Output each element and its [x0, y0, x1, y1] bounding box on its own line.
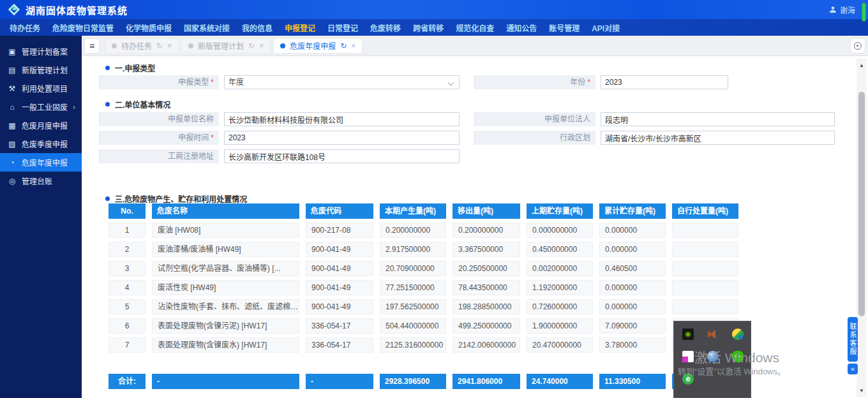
user-menu[interactable]: 谢海: [829, 0, 855, 19]
table-total-row: 合计:--2928.3965002941.80600024.74000011.3…: [108, 374, 738, 389]
tab-bar: ≡ 待办任务↻×新版管理计划↻×危废年度申报↻×: [82, 36, 868, 56]
sidebar-item-label: 危废月度申报: [22, 120, 68, 131]
sidebar-item-1[interactable]: ▤新版管理计划: [0, 61, 82, 79]
document-app-icon[interactable]: [682, 351, 694, 362]
table-header-cell: 累计贮存量(吨): [599, 203, 666, 219]
close-icon[interactable]: ×: [167, 41, 172, 50]
tab-1[interactable]: 新版管理计划↻×: [181, 38, 271, 54]
sidebar-item-4[interactable]: ▦危废月度申报: [0, 116, 82, 135]
sidebar-item-7[interactable]: ◎管理台账: [0, 172, 82, 190]
close-icon[interactable]: ×: [259, 41, 264, 50]
table-cell: [672, 299, 738, 314]
table-cell: [672, 261, 738, 276]
refresh-icon[interactable]: ↻: [340, 41, 347, 50]
declare-time-input[interactable]: [224, 131, 460, 145]
declare-time-label: 申报时间*: [99, 131, 219, 145]
vertical-scrollbar[interactable]: ▲ ▼: [857, 59, 867, 397]
sidebar-item-6[interactable]: ◔危废年度申报: [0, 153, 82, 172]
table-total-cell: -: [306, 374, 373, 389]
edge-extension-handle[interactable]: [862, 3, 866, 22]
collapse-panel-button[interactable]: «: [848, 364, 858, 374]
nav-item-7[interactable]: 危废转移: [370, 22, 401, 33]
table-cell: 废活性炭 [HW49]: [152, 280, 299, 295]
unit-name-input[interactable]: [224, 112, 460, 126]
tab-status-dot: [280, 43, 285, 48]
plan-icon: ▤: [8, 66, 17, 75]
table-total-cell: -: [152, 374, 299, 389]
tab-2[interactable]: 危废年度申报↻×: [273, 38, 363, 54]
sidebar-item-5[interactable]: ▧危废季度申报: [0, 135, 82, 153]
address-input[interactable]: [224, 149, 460, 163]
nav-item-11[interactable]: 账号管理: [549, 22, 580, 33]
nav-item-2[interactable]: 化学物质申报: [126, 22, 172, 33]
target-icon: [854, 42, 862, 50]
table-cell: 7: [108, 337, 146, 353]
table-cell: 0.726000000: [527, 299, 593, 314]
table-cell: 0.000000: [599, 299, 666, 314]
tab-status-dot: [188, 43, 193, 48]
refresh-icon[interactable]: ↻: [156, 41, 163, 50]
app-title: 湖南固体废物管理系统: [26, 3, 128, 17]
sidebar: ▣管理计划备案▤新版管理计划⚒利用处置项目⌂一般工业固废›▦危废月度申报▧危废季…: [0, 36, 82, 398]
nav-item-9[interactable]: 规范化自查: [456, 22, 494, 33]
table-cell: 3: [108, 261, 146, 276]
region-label: 行政区划: [474, 131, 595, 145]
close-icon[interactable]: ×: [351, 41, 355, 50]
scroll-down-icon[interactable]: ▼: [857, 388, 867, 394]
table-total-cell: 合计:: [108, 374, 146, 389]
table-cell: 5: [108, 299, 146, 314]
contact-support-button[interactable]: 联系客服: [848, 317, 858, 362]
refresh-icon[interactable]: ↻: [248, 41, 255, 50]
section-3-title: 三.危险废物产生、贮存和利用处置情况: [105, 193, 247, 204]
table-cell: 1.192000000: [527, 280, 593, 295]
game-controller-icon[interactable]: [732, 328, 744, 340]
table-cell: 2.917500000: [380, 242, 446, 257]
declare-type-select[interactable]: 年度: [224, 75, 460, 89]
year-input[interactable]: [601, 75, 728, 89]
table-total-cell: 2928.396500: [380, 374, 446, 389]
nav-item-10[interactable]: 通知公告: [506, 22, 537, 33]
table-cell: 1.900000000: [527, 318, 593, 334]
table-cell: 0.200000000: [380, 223, 446, 238]
nav-item-1[interactable]: 危险废物日常监管: [52, 22, 114, 33]
unit-name-label: 申报单位名称: [99, 112, 219, 126]
region-input[interactable]: [601, 131, 835, 145]
table-cell: 20.709000000: [380, 261, 446, 276]
screen-toggle-button[interactable]: [850, 38, 865, 54]
sidebar-item-0[interactable]: ▣管理计划备案: [0, 42, 82, 61]
scroll-up-icon[interactable]: ▲: [857, 63, 867, 68]
nav-item-8[interactable]: 跨省转移: [413, 22, 444, 33]
declare-type-label: 申报类型*: [99, 75, 219, 89]
windows-activation-watermark: 激活 Windows: [694, 347, 779, 366]
table-cell: 900-041-49: [306, 261, 373, 276]
volume-icon[interactable]: [707, 328, 719, 340]
section-bullet-icon: [105, 102, 110, 107]
table-cell: 0.200000000: [453, 223, 520, 238]
sidebar-item-3[interactable]: ⌂一般工业固废›: [0, 98, 82, 116]
table-cell: 0.000000: [599, 242, 666, 257]
sidebar-item-2[interactable]: ⚒利用处置项目: [0, 79, 82, 98]
annual-report-icon: ◔: [8, 158, 17, 167]
sidebar-item-label: 管理计划备案: [22, 46, 68, 57]
legal-person-input[interactable]: [601, 112, 835, 126]
nav-item-0[interactable]: 待办任务: [10, 22, 40, 33]
nav-item-6[interactable]: 日常登记: [327, 22, 358, 33]
collapse-menu-icon[interactable]: ≡: [84, 38, 100, 54]
nav-item-4[interactable]: 我的信息: [242, 22, 273, 33]
table-cell: 表面处理废物(含镍废水) [HW17]: [152, 337, 299, 353]
tab-0[interactable]: 待办任务↻×: [105, 38, 179, 54]
sidebar-item-label: 新版管理计划: [22, 64, 68, 75]
table-total-cell: 24.740000: [527, 374, 593, 389]
table-cell: 198.288500000: [453, 299, 520, 314]
nav-item-12[interactable]: API对接: [592, 22, 620, 33]
table-cell: 0.460500: [599, 261, 666, 276]
table-cell: 试剂空瓶(化学品容器、废油桶等) [...: [152, 261, 299, 276]
sidebar-item-label: 利用处置项目: [22, 83, 68, 94]
scrollbar-thumb[interactable]: [858, 92, 865, 316]
tab-status-dot: [112, 43, 117, 48]
archive-icon: ▣: [8, 47, 17, 56]
nvidia-icon[interactable]: ◉: [682, 328, 694, 340]
tab-label: 危废年度申报: [290, 40, 336, 51]
nav-item-3[interactable]: 国家系统对接: [184, 22, 230, 33]
nav-item-5[interactable]: 申报登记: [285, 22, 315, 33]
